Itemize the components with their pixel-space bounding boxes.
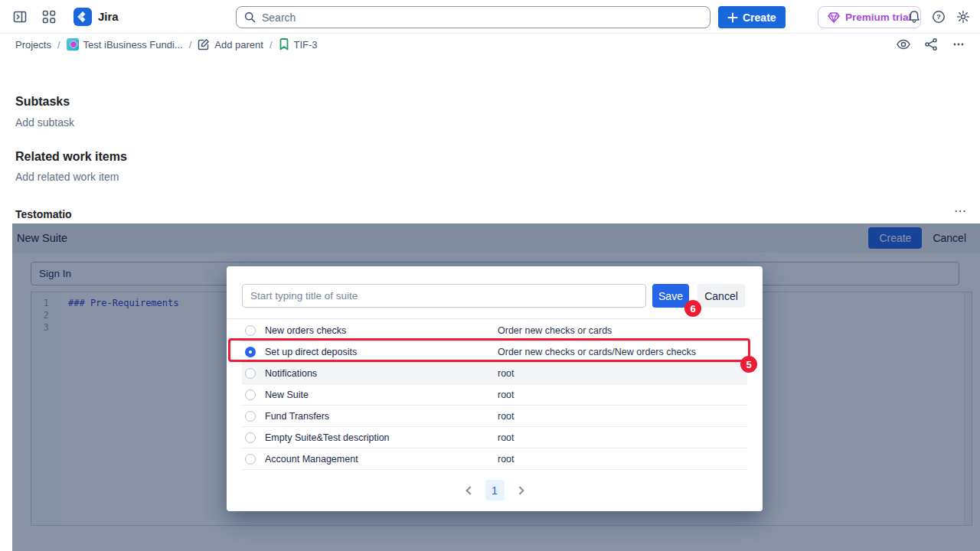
next-page-icon[interactable] [515,486,524,494]
select-suite-modal: Save Cancel New orders checks Order new … [227,266,763,511]
app-title: Jira [98,10,119,23]
add-related-item-link[interactable]: Add related work item [15,171,119,183]
ellipsis-icon [952,37,965,51]
add-subtask-link[interactable]: Add subtask [15,116,74,129]
search-input[interactable] [262,11,702,24]
jira-page: Jira Create Premium trial [0,0,980,551]
breadcrumb-issue-key[interactable]: TIF-3 [279,38,318,51]
suite-row-account-management[interactable]: Account Management root [242,448,747,470]
breadcrumb-project[interactable]: Test iBusiness Fundi... [67,38,183,51]
annotation-step-badge-6: 6 [684,300,701,317]
radio-selected-icon[interactable] [245,347,256,357]
plus-icon [727,12,738,23]
previous-page-icon[interactable] [466,486,474,494]
suite-row-set-up-direct-deposits[interactable]: Set up direct deposits Order new checks … [242,341,747,363]
more-actions-button[interactable] [946,32,971,57]
search-icon [244,11,256,23]
project-avatar-icon [67,38,79,51]
subtasks-heading: Subtasks [15,95,70,109]
suite-row-new-suite[interactable]: New Suite root [242,384,747,406]
annotation-step-badge-5: 5 [740,356,757,373]
page-1-button[interactable]: 1 [485,480,505,500]
breadcrumb-add-parent[interactable]: Add parent [198,38,263,51]
app-switcher-button[interactable] [37,5,61,29]
sidebar-toggle-button[interactable] [8,5,32,29]
breadcrumb-projects[interactable]: Projects [15,39,51,51]
gear-icon [956,10,970,24]
settings-button[interactable] [951,5,975,29]
suite-row-empty-suite[interactable]: Empty Suite&Test description root [242,427,747,448]
jira-logo-icon [74,8,92,26]
share-button[interactable] [919,32,943,57]
edit-icon [198,38,210,51]
suite-title-input[interactable] [242,284,646,308]
create-button-label: Create [743,11,776,24]
pagination: 1 [227,480,763,500]
radio-icon[interactable] [245,454,256,465]
breadcrumb-bar: Projects / Test iBusiness Fundi... / Add… [0,34,980,55]
notifications-button[interactable] [902,5,926,29]
breadcrumb: Projects / Test iBusiness Fundi... / Add… [15,38,318,51]
radio-icon[interactable] [245,411,256,422]
gem-icon [828,12,840,23]
radio-icon[interactable] [245,432,256,443]
eye-icon [896,37,911,52]
sidebar-expand-icon [12,9,28,24]
create-button[interactable]: Create [718,6,786,28]
testomatio-heading: Testomatio [15,208,72,220]
suite-row-new-orders-checks[interactable]: New orders checks Order new checks or ca… [242,320,747,341]
global-search[interactable] [236,6,710,28]
share-icon [924,37,938,51]
help-button[interactable]: ? [926,5,951,29]
question-icon: ? [932,10,946,24]
svg-text:?: ? [936,12,941,21]
watch-button[interactable] [891,32,916,57]
related-items-heading: Related work items [15,150,127,164]
bell-icon [907,10,921,24]
radio-icon[interactable] [245,390,256,400]
app-grid-icon [42,10,56,24]
modal-cancel-button[interactable]: Cancel [697,284,745,308]
radio-icon[interactable] [245,368,256,379]
suite-row-notifications[interactable]: Notifications root [242,363,747,384]
suite-row-fund-transfers[interactable]: Fund Transfers root [242,406,747,427]
radio-icon[interactable] [245,325,256,336]
jira-home-link[interactable]: Jira [74,8,119,26]
top-navigation: Jira Create Premium trial [0,0,980,34]
save-button[interactable]: Save [652,284,689,308]
modal-header: Save Cancel [227,266,763,319]
story-bookmark-icon [279,38,289,51]
testomatio-more-button[interactable]: ⋯ [954,204,968,218]
suite-list: New orders checks Order new checks or ca… [242,320,747,470]
